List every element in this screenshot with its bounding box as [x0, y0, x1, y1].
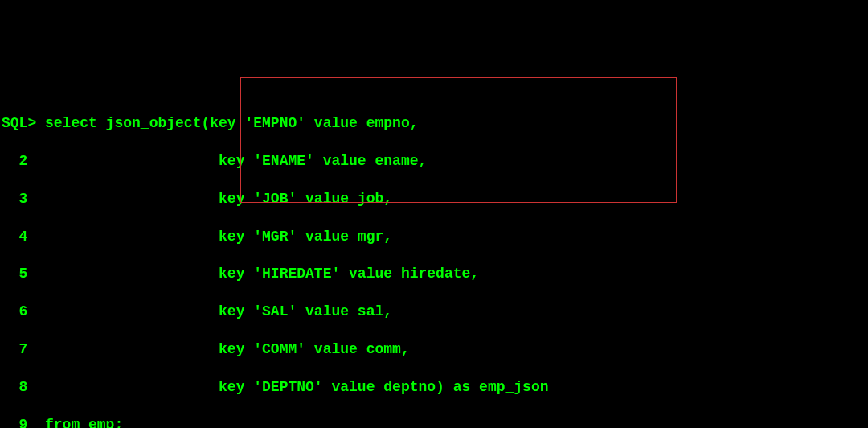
- sql-query-line-5: 5 key 'HIREDATE' value hiredate,: [2, 265, 866, 283]
- sql-query-line-9: 9 from emp;: [2, 416, 866, 428]
- sql-query-line-6: 6 key 'SAL' value sal,: [2, 302, 866, 321]
- sql-query-line-2: 2 key 'ENAME' value ename,: [2, 152, 866, 171]
- sql-query-line-8: 8 key 'DEPTNO' value deptno) as emp_json: [2, 378, 866, 397]
- sql-terminal[interactable]: SQL> select json_object(key 'EMPNO' valu…: [2, 77, 866, 428]
- sql-query-line-7: 7 key 'COMM' value comm,: [2, 340, 866, 359]
- sql-query-line-1: SQL> select json_object(key 'EMPNO' valu…: [2, 114, 866, 133]
- sql-query-line-4: 4 key 'MGR' value mgr,: [2, 228, 866, 246]
- sql-query-line-3: 3 key 'JOB' value job,: [2, 190, 866, 208]
- query-highlight-box: [240, 77, 677, 203]
